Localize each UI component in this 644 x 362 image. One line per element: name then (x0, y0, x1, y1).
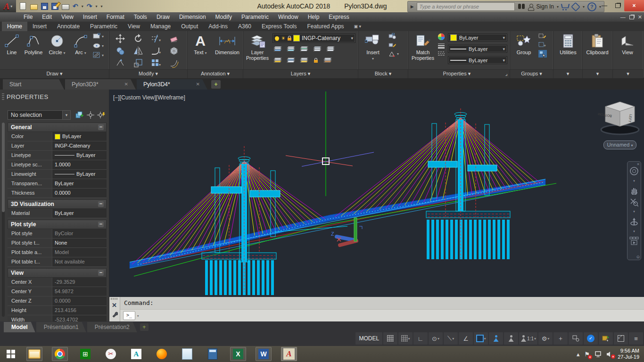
modify-panel-footer[interactable]: Modify ▾ (109, 69, 187, 78)
navbar-close-icon[interactable]: ✕ (636, 162, 640, 166)
menu-format[interactable]: Format (102, 12, 129, 22)
circle-button[interactable]: Circle ▾ (45, 33, 69, 56)
section-view[interactable]: View− (8, 268, 107, 278)
mirror-icon[interactable] (133, 46, 143, 56)
arc-dropdown-icon[interactable]: ▾ (84, 51, 86, 55)
ribbon-tab-output[interactable]: Output (176, 22, 203, 31)
selection-dropdown[interactable]: No selection ▾ (8, 110, 71, 120)
navigation-wheel-icon[interactable] (629, 166, 639, 176)
menu-help[interactable]: Help (303, 12, 324, 22)
customize-wrench-icon[interactable] (111, 311, 118, 318)
clipboard-button[interactable]: Clipboard (586, 33, 609, 55)
collapse-icon[interactable]: − (98, 201, 104, 207)
taskbar-clock[interactable]: 9:56 AM 27-Jul-19 (618, 348, 639, 360)
lineweight-dropdown[interactable]: ByLayer ▾ (448, 45, 507, 53)
save-as-icon[interactable] (51, 3, 58, 10)
doc-close-icon[interactable]: ✕ (638, 14, 642, 20)
annotation-visibility-toggle[interactable] (489, 332, 503, 345)
navbar-minimize-icon[interactable]: ⊖ (636, 255, 640, 259)
snap-mode-toggle[interactable]: ▾ (398, 332, 413, 345)
store-cart-icon[interactable] (561, 4, 569, 10)
tray-expand-icon[interactable]: ▴ (577, 351, 580, 358)
annotation-scale-button[interactable]: 1:1▾ (519, 332, 537, 345)
object-snap-tracking-toggle[interactable]: ∠ (459, 332, 473, 345)
menu-modify[interactable]: Modify (211, 12, 237, 22)
network-icon[interactable] (594, 351, 602, 357)
fillet-icon[interactable]: ▾ (151, 46, 161, 56)
lineweight-icon[interactable] (438, 43, 445, 49)
menu-edit[interactable]: Edit (37, 12, 57, 22)
grid-display-toggle[interactable] (383, 332, 397, 345)
rectangle-button[interactable]: ▾ (92, 33, 104, 40)
layer-properties-button[interactable]: Layer Properties (244, 33, 271, 61)
doc-minimize-icon[interactable]: — (620, 14, 626, 20)
stretch-icon[interactable] (116, 58, 125, 68)
rotate-icon[interactable] (133, 34, 143, 43)
utilities-panel-footer[interactable]: ▾ (553, 69, 582, 78)
command-window-grip[interactable]: ✕ (109, 297, 120, 321)
layer-isolate-icon[interactable] (274, 46, 281, 51)
workspace-switching-button[interactable]: ⚙▾ (538, 332, 553, 345)
copy-icon[interactable] (116, 46, 125, 56)
ellipse-button[interactable]: ▾ (92, 42, 104, 49)
match-properties-button[interactable]: Match Properties (409, 33, 437, 61)
offset-icon[interactable] (169, 58, 179, 68)
a360-dropdown-icon[interactable]: ▾ (583, 5, 585, 9)
ribbon-tab-parametric[interactable]: Parametric (85, 22, 123, 31)
palette-scrollbar-thumb[interactable] (2, 123, 5, 212)
command-prompt-icon[interactable]: >_ (123, 311, 135, 320)
file-tab-pylon3d4[interactable]: Pylon3D4*✕ (137, 79, 207, 90)
named-view-dropdown[interactable]: Unnamed ▾ (603, 140, 636, 149)
menu-draw[interactable]: Draw (152, 12, 174, 22)
viewport-controls-label[interactable]: [−][Custom View][Wireframe] (113, 94, 185, 101)
close-button[interactable]: × (624, 0, 644, 11)
layer-on-off-icon[interactable] (274, 58, 281, 63)
help-icon[interactable]: ? (587, 2, 596, 11)
array-icon[interactable]: ▾ (151, 58, 161, 68)
block-attributes-button[interactable]: ▾ (388, 51, 399, 57)
collapse-icon[interactable]: − (98, 270, 104, 276)
edit-block-button[interactable] (388, 42, 399, 48)
command-text-area[interactable]: Command: >_ ▾ (120, 297, 644, 321)
autoscale-toggle[interactable] (504, 332, 518, 345)
layer-match-icon[interactable] (314, 46, 321, 51)
group-button[interactable]: Group (512, 33, 536, 55)
layer-unlock-all-icon[interactable] (314, 60, 318, 63)
linetype-dropdown[interactable]: ByLayer ▾ (448, 56, 507, 64)
taskbar-autocad-lt[interactable]: A (128, 347, 144, 361)
view-panel-button[interactable]: View (616, 33, 639, 55)
orbit-icon[interactable] (630, 217, 638, 226)
menu-parametric[interactable]: Parametric (237, 12, 273, 22)
draw-panel-footer[interactable]: Draw ▾ (0, 69, 109, 78)
application-menu-button[interactable]: A ▾ (0, 0, 16, 12)
recent-commands-icon[interactable]: ▾ (137, 313, 139, 318)
menu-view[interactable]: View (57, 12, 78, 22)
ribbon-tab-manage[interactable]: Manage (145, 22, 176, 31)
search-input[interactable] (417, 2, 515, 11)
linetype-list-icon[interactable] (438, 51, 445, 56)
polyline-button[interactable]: Polyline (22, 33, 45, 55)
taskbar-calculator[interactable] (205, 347, 221, 361)
close-tab-icon[interactable]: ✕ (196, 79, 200, 90)
show-motion-icon[interactable] (629, 237, 639, 245)
layer-thaw-all-icon[interactable] (301, 58, 307, 63)
taskbar-file-explorer[interactable] (26, 347, 42, 361)
ribbon-collapse-icon[interactable]: ▣ ▾ (354, 22, 362, 31)
zoom-dropdown-icon[interactable]: ▾ (633, 210, 635, 214)
new-drawing-tab-button[interactable]: + (211, 80, 221, 89)
taskbar-microsoft-store[interactable]: ⊞ (77, 347, 93, 361)
command-close-icon[interactable]: ✕ (112, 302, 117, 309)
ribbon-tab-a360[interactable]: A360 (233, 22, 256, 31)
layout-tab-presentation1[interactable]: Présentation1 (36, 322, 86, 332)
trim-icon[interactable]: ▾ (151, 34, 161, 43)
text-button[interactable]: A Text ▾ (189, 33, 212, 56)
taskbar-snipping-tool[interactable]: ✂ (103, 347, 119, 361)
menu-file[interactable]: File (19, 12, 37, 22)
layout-tab-model[interactable]: Model (4, 322, 35, 332)
section-3d-visualization[interactable]: 3D Visualization− (8, 199, 107, 209)
customization-button[interactable]: ≡ (629, 332, 643, 345)
save-icon[interactable] (41, 3, 48, 10)
close-tab-icon[interactable]: ✕ (124, 79, 128, 90)
wheel-dropdown-icon[interactable]: ▾ (633, 179, 635, 183)
circle-dropdown-icon[interactable]: ▾ (64, 51, 66, 55)
